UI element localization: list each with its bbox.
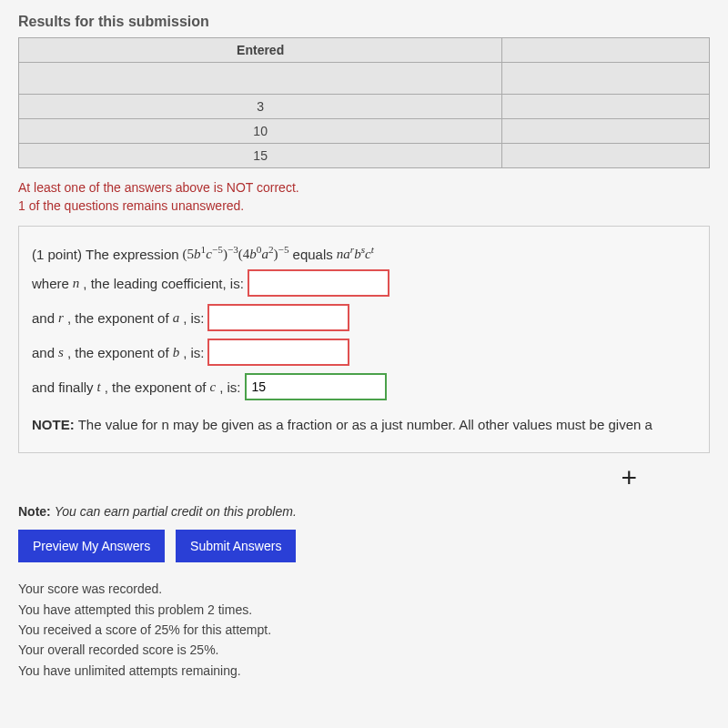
blank-cell xyxy=(502,95,710,119)
blank-cell xyxy=(502,119,710,144)
entered-cell: 3 xyxy=(19,95,502,119)
status-line: Your overall recorded score is 25%. xyxy=(18,640,710,660)
expression: (5b1c−5)−3(4b0a2)−5 xyxy=(183,247,289,262)
partial-credit-note: Note: You can earn partial credit on thi… xyxy=(18,504,710,519)
note-label: NOTE: xyxy=(32,417,75,432)
r-label-pre: and xyxy=(32,310,55,326)
n-line: where n , the leading coefficient, is: xyxy=(32,269,696,297)
t-label: , the exponent of xyxy=(105,379,207,395)
table-row xyxy=(19,63,710,95)
status-line: You received a score of 25% for this att… xyxy=(18,620,710,640)
partial-text: You can earn partial credit on this prob… xyxy=(55,504,297,519)
n-label-pre: where xyxy=(32,276,69,291)
r-label: , the exponent of xyxy=(67,310,169,326)
s-label-pre: and xyxy=(32,345,55,360)
r-label-post: , is: xyxy=(183,310,204,326)
s-input[interactable] xyxy=(207,339,349,366)
table-row: 3 xyxy=(19,95,710,119)
results-heading: Results for this submission xyxy=(18,14,710,30)
t-input[interactable] xyxy=(245,373,387,400)
n-label: , the leading coefficient, is: xyxy=(83,276,244,291)
feedback-line: At least one of the answers above is NOT… xyxy=(18,179,710,197)
col-header-blank xyxy=(502,38,710,63)
partial-label: Note: xyxy=(18,504,55,519)
entered-cell: 10 xyxy=(19,119,502,144)
entered-cell: 15 xyxy=(19,144,502,168)
r-line: and r , the exponent of a , is: xyxy=(32,304,696,331)
problem-box: (1 point) The expression (5b1c−5)−3(4b0a… xyxy=(18,226,710,453)
plus-icon[interactable]: + xyxy=(18,462,710,493)
t-line: and finally t , the exponent of c , is: xyxy=(32,373,696,400)
results-table: Entered 3 10 15 xyxy=(18,37,710,168)
n-input[interactable] xyxy=(248,269,389,297)
target-form: narbsct xyxy=(337,247,374,262)
problem-statement: (1 point) The expression (5b1c−5)−3(4b0a… xyxy=(32,247,696,262)
t-label-post: , is: xyxy=(219,379,240,395)
s-line: and s , the exponent of b , is: xyxy=(32,339,696,366)
status-line: Your score was recorded. xyxy=(18,579,710,599)
var-c: c xyxy=(209,379,216,395)
equals-text: equals xyxy=(293,247,333,262)
blank-cell xyxy=(502,144,710,168)
t-label-pre: and finally xyxy=(32,379,94,395)
s-label-post: , is: xyxy=(183,345,204,360)
table-row: 10 xyxy=(19,119,710,144)
s-label: , the exponent of xyxy=(67,345,169,360)
feedback-line: 1 of the questions remains unanswered. xyxy=(18,197,710,216)
var-b: b xyxy=(173,345,180,360)
col-header-entered: Entered xyxy=(19,38,502,63)
note-line: NOTE: The value for n may be given as a … xyxy=(32,417,696,432)
intro-text: The expression xyxy=(86,247,179,262)
points-label: (1 point) xyxy=(32,247,82,262)
button-row: Preview My Answers Submit Answers xyxy=(18,530,710,562)
status-block: Your score was recorded. You have attemp… xyxy=(18,579,710,681)
var-t: t xyxy=(97,379,101,395)
var-s: s xyxy=(58,345,64,360)
note-text: The value for n may be given as a fracti… xyxy=(78,417,652,432)
var-n: n xyxy=(73,276,80,291)
var-r: r xyxy=(58,310,64,326)
status-line: You have attempted this problem 2 times. xyxy=(18,600,710,620)
var-a: a xyxy=(173,310,180,326)
status-line: You have unlimited attempts remaining. xyxy=(18,661,710,681)
submit-button[interactable]: Submit Answers xyxy=(176,530,296,562)
feedback-block: At least one of the answers above is NOT… xyxy=(18,179,710,215)
table-row: 15 xyxy=(19,144,710,168)
preview-button[interactable]: Preview My Answers xyxy=(18,530,165,562)
r-input[interactable] xyxy=(207,304,349,331)
